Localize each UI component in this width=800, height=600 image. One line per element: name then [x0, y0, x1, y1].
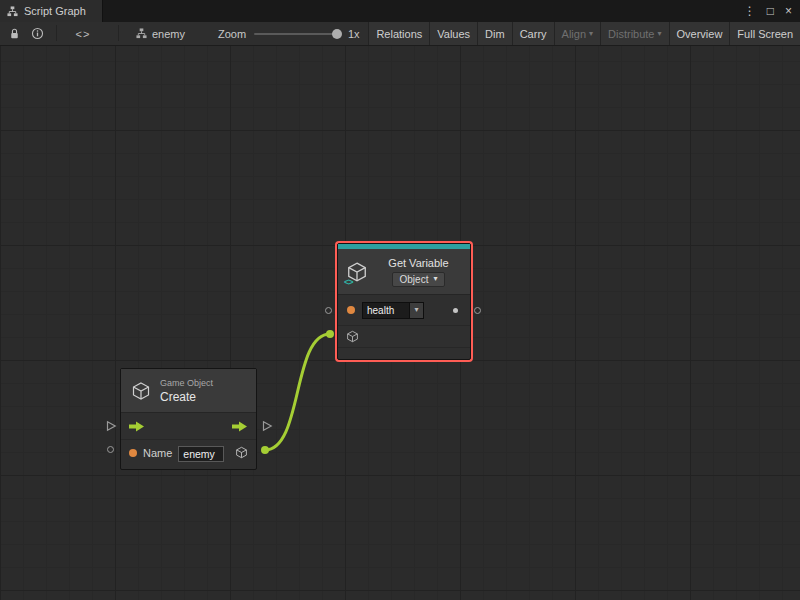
- chevron-down-icon: ▾: [589, 30, 593, 38]
- code-badge-icon: <>: [344, 277, 353, 287]
- node-category: Game Object: [160, 378, 213, 388]
- node-footer: [121, 465, 256, 469]
- tab-script-graph[interactable]: Script Graph: [0, 0, 103, 22]
- get-variable-source-row: [338, 325, 470, 347]
- code-preview-icon[interactable]: <>: [70, 22, 96, 45]
- graph-asset-name: enemy: [152, 28, 185, 40]
- variable-name-dropdown[interactable]: ▾: [409, 302, 424, 319]
- lock-icon[interactable]: [4, 22, 24, 45]
- script-graph-icon: [7, 6, 18, 17]
- variable-cube-icon: <>: [345, 261, 369, 283]
- graph-toolbar: <> enemy Zoom 1x Relations Values Dim Ca…: [0, 22, 800, 46]
- graph-asset-selector[interactable]: enemy: [136, 22, 185, 45]
- window-controls: ⋮ □ ×: [744, 0, 792, 22]
- zoom-label: Zoom: [218, 22, 246, 45]
- fullscreen-button[interactable]: Full Screen: [729, 22, 800, 45]
- source-cube-icon: [346, 330, 359, 343]
- get-variable-name-port[interactable]: [325, 307, 332, 314]
- relations-button[interactable]: Relations: [368, 22, 429, 45]
- close-icon[interactable]: ×: [785, 5, 792, 17]
- tab-title: Script Graph: [24, 5, 86, 17]
- node-get-variable[interactable]: <> Get Variable Object ▾ ▾: [337, 243, 471, 360]
- chevron-down-icon: ▾: [414, 306, 418, 314]
- name-input-dot[interactable]: [347, 306, 355, 314]
- carry-button[interactable]: Carry: [512, 22, 554, 45]
- variable-name-input[interactable]: [362, 302, 409, 319]
- create-name-port[interactable]: [107, 446, 114, 453]
- zoom-slider-track[interactable]: [254, 33, 340, 35]
- flow-out-arrow-icon[interactable]: [232, 421, 248, 432]
- variable-kind-dropdown[interactable]: Object ▾: [392, 272, 446, 287]
- get-variable-value-port[interactable]: [474, 307, 481, 314]
- flow-in-arrow-icon[interactable]: [129, 421, 145, 432]
- create-name-row: Name: [121, 439, 256, 465]
- zoom-value: 1x: [348, 22, 360, 45]
- node-footer: [338, 347, 470, 359]
- create-header: Game Object Create: [121, 369, 256, 413]
- get-variable-header: <> Get Variable Object ▾: [338, 249, 470, 295]
- value-output-dot[interactable]: [453, 308, 458, 313]
- align-button: Align ▾: [554, 22, 600, 45]
- toolbar-separator: [118, 25, 119, 41]
- object-name-input[interactable]: [178, 446, 224, 462]
- toolbar-separator: [56, 25, 57, 41]
- distribute-button: Distribute ▾: [600, 22, 668, 45]
- name-input-dot[interactable]: [129, 449, 137, 457]
- create-flow-row: [121, 413, 256, 439]
- game-object-cube-icon: [131, 381, 151, 401]
- create-output-port[interactable]: [261, 446, 269, 454]
- graph-asset-icon: [136, 28, 147, 39]
- create-flow-out-port[interactable]: [261, 420, 273, 432]
- titlebar: Script Graph ⋮ □ ×: [0, 0, 800, 22]
- overview-button[interactable]: Overview: [669, 22, 730, 45]
- kebab-menu-icon[interactable]: ⋮: [744, 5, 756, 17]
- zoom-slider-handle[interactable]: [332, 29, 342, 39]
- zoom-slider[interactable]: [252, 22, 342, 45]
- node-title: Get Variable: [388, 257, 448, 269]
- node-title: Create: [160, 390, 213, 404]
- get-variable-name-row: ▾: [338, 295, 470, 325]
- create-flow-in-port[interactable]: [105, 420, 117, 432]
- output-cube-icon: [235, 446, 248, 459]
- toolbar-buttons: Relations Values Dim Carry Align ▾ Distr…: [368, 22, 800, 45]
- values-button[interactable]: Values: [429, 22, 477, 45]
- maximize-icon[interactable]: □: [767, 5, 774, 17]
- chevron-down-icon: ▾: [433, 275, 437, 283]
- node-create-game-object[interactable]: Game Object Create Name: [120, 368, 257, 470]
- name-label: Name: [143, 447, 172, 459]
- get-variable-source-port[interactable]: [326, 330, 334, 338]
- chevron-down-icon: ▾: [658, 30, 662, 38]
- info-icon[interactable]: [27, 22, 47, 45]
- graph-canvas[interactable]: <> Get Variable Object ▾ ▾: [0, 46, 800, 600]
- dim-button[interactable]: Dim: [477, 22, 512, 45]
